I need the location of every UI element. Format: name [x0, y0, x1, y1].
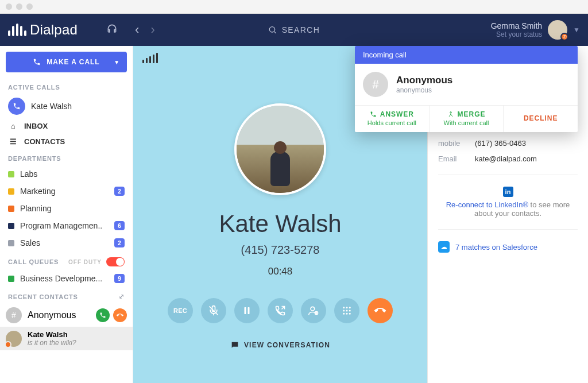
- brand-logo-icon: [8, 24, 26, 36]
- svg-point-0: [269, 27, 274, 32]
- recent-contact-item[interactable]: Kate Walsh is it on the wiki?: [0, 327, 133, 350]
- hangup-button[interactable]: [368, 298, 393, 323]
- user-menu[interactable]: Gemma Smith Set your status ✆ ▼: [491, 20, 580, 40]
- dept-label: Marketing: [20, 187, 55, 196]
- merge-button[interactable]: MERGE With current call: [430, 106, 504, 132]
- traffic-max-icon[interactable]: [26, 3, 33, 10]
- transfer-button[interactable]: [268, 298, 293, 323]
- linkedin-reconnect-link[interactable]: Re-connect to LinkedIn®: [446, 200, 528, 209]
- transfer-icon: [274, 305, 286, 316]
- off-duty-label: OFF DUTY: [59, 259, 106, 265]
- mute-button[interactable]: [201, 298, 226, 323]
- app-brand: Dialpad: [8, 22, 78, 38]
- section-label: RECENT CONTACTS: [8, 293, 78, 300]
- linkedin-box: in Re-connect to LinkedIn® to see more a…: [438, 187, 578, 218]
- svg-point-10: [343, 310, 345, 312]
- department-item[interactable]: Program Managemen..6: [0, 217, 133, 234]
- record-button[interactable]: REC: [168, 298, 193, 323]
- detail-mobile: mobile (617) 365-0463: [438, 139, 578, 148]
- dialpad-button[interactable]: [334, 298, 359, 323]
- decline-button[interactable]: DECLINE: [504, 106, 578, 132]
- field-label: Email: [438, 154, 465, 163]
- pause-icon: [242, 305, 252, 316]
- search-label: SEARCH: [282, 25, 320, 34]
- section-label: CALL QUEUES: [8, 258, 59, 265]
- active-call-row[interactable]: Kate Walsh: [0, 94, 133, 118]
- nav-history: ‹ ›: [135, 22, 155, 37]
- top-navbar: Dialpad ‹ › SEARCH Gemma Smith Set your …: [0, 14, 588, 46]
- make-call-label: MAKE A CALL: [47, 58, 99, 66]
- section-recent: RECENT CONTACTS ⤢: [0, 287, 133, 304]
- svg-point-9: [349, 307, 351, 308]
- user-status: Set your status: [491, 30, 542, 38]
- nav-label: CONTACTS: [24, 137, 65, 146]
- view-conversation-button[interactable]: VIEW CONVERSATION: [230, 341, 330, 350]
- traffic-close-icon[interactable]: [6, 3, 12, 10]
- contacts-icon: ☰: [8, 137, 18, 146]
- dept-label: Program Managemen..: [20, 221, 102, 230]
- svg-point-7: [343, 307, 345, 308]
- add-user-icon: [308, 305, 319, 316]
- hangup-button[interactable]: [113, 308, 127, 322]
- incoming-body: # Anonymous anonymous: [355, 64, 578, 105]
- department-item[interactable]: Planning: [0, 200, 133, 217]
- recent-sub: is it on the wiki?: [28, 339, 76, 347]
- merge-label: MERGE: [458, 110, 486, 118]
- detail-email: Email kate@dialpad.com: [438, 154, 578, 163]
- svg-point-12: [349, 310, 351, 312]
- count-badge: 9: [114, 274, 125, 283]
- salesforce-matches-link[interactable]: ☁ 7 matches on Salesforce: [438, 241, 578, 253]
- hold-button[interactable]: [234, 298, 260, 323]
- color-swatch-icon: [8, 206, 14, 212]
- department-item[interactable]: Marketing2: [0, 183, 133, 200]
- nav-contacts[interactable]: ☰ CONTACTS: [0, 134, 133, 149]
- expand-icon[interactable]: ⤢: [119, 293, 125, 300]
- recent-name: Anonymous: [28, 310, 76, 320]
- section-label: ACTIVE CALLS: [8, 84, 60, 91]
- field-value[interactable]: kate@dialpad.com: [475, 154, 537, 163]
- active-call-name: Kate Walsh: [31, 102, 72, 111]
- add-caller-button[interactable]: [301, 298, 326, 323]
- active-call-icon: [8, 98, 25, 115]
- make-call-button[interactable]: MAKE A CALL ▼: [6, 52, 127, 72]
- phone-icon: [370, 111, 377, 118]
- call-button[interactable]: [96, 308, 110, 322]
- sf-text: 7 matches on Salesforce: [455, 243, 537, 252]
- incoming-call-popover: Incoming call # Anonymous anonymous ANSW…: [355, 46, 578, 132]
- color-swatch-icon: [8, 240, 14, 246]
- queue-item[interactable]: Business Developme...9: [0, 270, 133, 287]
- department-item[interactable]: Sales2: [0, 234, 133, 252]
- section-call-queues: CALL QUEUES OFF DUTY: [0, 252, 133, 270]
- nav-back-icon[interactable]: ‹: [135, 22, 139, 37]
- recent-contact-item[interactable]: # Anonymous: [0, 304, 133, 327]
- answer-sublabel: Holds current call: [355, 119, 429, 126]
- svg-point-15: [349, 313, 351, 315]
- color-swatch-icon: [8, 223, 14, 229]
- window-titlebar: [0, 0, 588, 14]
- field-value[interactable]: (617) 365-0463: [475, 139, 526, 148]
- dept-label: Planning: [20, 204, 52, 213]
- search-button[interactable]: SEARCH: [268, 25, 320, 34]
- nav-inbox[interactable]: ⌂ INBOX: [0, 118, 133, 134]
- chat-icon: [230, 341, 239, 350]
- signal-icon: [142, 53, 158, 63]
- traffic-min-icon[interactable]: [16, 3, 22, 10]
- incoming-header: Incoming call: [355, 46, 578, 64]
- field-label: mobile: [438, 139, 465, 148]
- chevron-down-icon: ▼: [114, 59, 120, 65]
- chevron-down-icon: ▼: [573, 26, 580, 34]
- headset-icon[interactable]: [106, 23, 118, 37]
- keypad-icon: [342, 305, 352, 316]
- mic-off-icon: [208, 305, 219, 316]
- svg-point-11: [346, 310, 348, 312]
- color-swatch-icon: [8, 188, 14, 195]
- decline-label: DECLINE: [524, 114, 558, 122]
- off-duty-toggle[interactable]: [106, 257, 125, 266]
- nav-forward-icon[interactable]: ›: [150, 22, 154, 37]
- svg-point-5: [311, 307, 315, 311]
- answer-button[interactable]: ANSWER Holds current call: [355, 106, 430, 132]
- merge-sublabel: With current call: [430, 119, 504, 126]
- call-duration: 00:48: [268, 266, 293, 277]
- department-item[interactable]: Labs: [0, 165, 133, 183]
- nav-label: INBOX: [24, 122, 48, 130]
